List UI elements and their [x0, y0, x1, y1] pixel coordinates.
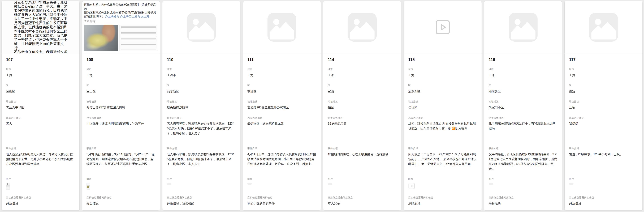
- direct-or-indirect-label: 直接信息还是间接信息: [569, 196, 638, 199]
- field-image: 图片: [6, 177, 75, 196]
- field-city: 城市 上海: [328, 68, 397, 84]
- record-card[interactable]: 116 城市 上海 区 浦东新区 地址描述 朱家门小区 死者大体描述 死于浦东医…: [484, 1, 562, 210]
- city-value: 上海: [6, 73, 75, 78]
- address-label: 地址描述: [328, 100, 397, 103]
- media-placeholder: [243, 1, 321, 53]
- direct-or-indirect-label: 直接信息还是间接信息: [6, 196, 75, 199]
- field-event-intro: 事件介绍 老人患有哮喘，家属联系居委报备要求就医，12345也表示尽快，但是12…: [167, 147, 236, 177]
- record-card[interactable]: 运输有时间，为什么跟居委会的60的菜能到，还好多是烂的 别的区都已经分发过几批物…: [82, 1, 160, 210]
- image-label: 图片: [569, 177, 638, 181]
- event-intro-label: 事件介绍: [408, 147, 477, 150]
- attachment-slot[interactable]: [328, 183, 332, 185]
- attachment-slot[interactable]: [86, 183, 90, 190]
- field-district: 区 浦东新区: [489, 84, 558, 100]
- card-media[interactable]: [484, 1, 562, 53]
- card-media[interactable]: 分左右联系上中华西居委会，通过 微信语音确认了这一事实。由于需 要保护患者家属的…: [2, 1, 80, 53]
- record-card[interactable]: 115 城市 上海 区 浦东新区 地址描述 仁怡苑 死者大体描述 封控，跳楼自杀…: [404, 1, 482, 210]
- has-media-badge: 有: [452, 127, 455, 130]
- victim-description-label: 死者大体描述: [489, 116, 558, 119]
- field-victim-description: 死者大体描述 老人患有哮喘，家属联系居委报备要求就医，12345也表示尽快，但是…: [167, 116, 236, 147]
- city-label: 城市: [328, 68, 397, 71]
- field-district: 区 杨浦区: [247, 84, 316, 100]
- card-media[interactable]: [404, 1, 482, 53]
- image-label: 图片: [408, 177, 477, 181]
- field-victim-description: 死者大体描述 65岁癌症患者: [328, 116, 397, 147]
- address-value: 美兰湖中华园: [6, 105, 75, 110]
- direct-or-indirect-value: 身边信息: [569, 201, 638, 206]
- field-city: 城市 上海: [86, 68, 155, 84]
- district-value: 杨浦区: [247, 89, 316, 94]
- event-intro-value: 4月11日上午，这位消毒防疫人员在给我们小区封控楼做消杀的时候突然晕倒，小区里有…: [247, 152, 316, 166]
- weibo-translate-link[interactable]: 查看翻译: [84, 20, 158, 23]
- event-intro-label: 事件介绍: [6, 147, 75, 150]
- card-media[interactable]: [564, 1, 642, 53]
- card-media[interactable]: [323, 1, 401, 53]
- weibo-mention-links[interactable]: @上海发布 @上海宝山发布 ◎上海: [105, 15, 149, 18]
- event-intro-label: 事件介绍: [489, 147, 558, 150]
- field-victim-description: 死者大体描述 我奶奶: [569, 116, 638, 147]
- city-value: 上海: [86, 73, 155, 78]
- card-body: 107 城市 上海 区 宝山区 地址描述 美兰湖中华园 死者大体描述 老人 事件…: [2, 53, 80, 210]
- media-placeholder: [564, 1, 642, 53]
- city-label: 城市: [408, 68, 477, 71]
- district-label: 区: [86, 84, 155, 87]
- long-text-screenshot[interactable]: [120, 25, 158, 51]
- attachment-slot[interactable]: [167, 183, 171, 185]
- field-image: 图片: [247, 177, 316, 196]
- attachment-slot[interactable]: [6, 183, 10, 190]
- card-body: 115 城市 上海 区 浦东新区 地址描述 仁怡苑 死者大体描述 封控，跳楼自杀…: [404, 53, 482, 210]
- card-media[interactable]: [162, 1, 240, 53]
- image-placeholder-icon: [268, 13, 296, 42]
- victim-description-value: 小区保安，连续两周高强度值班，导致猝死: [86, 121, 155, 126]
- attachment-slot[interactable]: [408, 183, 415, 189]
- victim-description-value: 老人患有哮喘，家属联系居委报备要求就医，12345也表示尽快，但是120依然来不…: [167, 121, 236, 136]
- victim-description-value: 我奶奶: [569, 121, 638, 126]
- event-intro-label: 事件介绍: [328, 147, 397, 150]
- event-intro-label: 事件介绍: [569, 147, 638, 150]
- event-intro-value: 父亲周嘉祖，肾衰且瘫痪在床靠血透维持生命，3.21住进第七人民医院肾病科治疗，由…: [489, 152, 558, 171]
- field-district: 区 宝山区: [86, 84, 155, 100]
- field-direct-or-indirect: 直接信息还是间接信息 身边信息，我们楼的: [167, 196, 236, 209]
- event-intro-value: 因为凌晨十二点自杀， 很久救护车来了可能看到现场死了， 尸体留在原地， 后来半夜…: [408, 152, 477, 166]
- card-media[interactable]: 运输有时间，为什么跟居委会的60的菜能到，还好多是烂的 别的区都已经分发过几批物…: [82, 1, 160, 53]
- district-value: 宝山区: [86, 89, 155, 94]
- media-video-placeholder: [408, 183, 415, 189]
- address-value: 朱家门小区: [489, 105, 558, 110]
- cabbage-photo[interactable]: [84, 25, 118, 51]
- field-victim-description: 死者大体描述 封控，跳楼自杀当场死亡 对面楼邻居只看见听见现场情况，因为集体被封…: [408, 116, 477, 147]
- attachment-slot[interactable]: [489, 183, 493, 185]
- field-address: 地址描述 美兰湖中华园: [6, 100, 75, 116]
- video-play-icon: [408, 183, 415, 189]
- field-direct-or-indirect: 直接信息还是间接信息 亲眼所见: [408, 196, 477, 209]
- record-card[interactable]: 110 城市 上海市 区 浦东新区 地址描述 航头镇鹤沙航城 死者大体描述 老人…: [162, 1, 240, 210]
- record-card[interactable]: 分左右联系上中华西居委会，通过 微信语音确认了这一事实。由于需 要保护患者家属的…: [2, 1, 80, 210]
- event-intro-label: 事件介绍: [167, 147, 236, 150]
- media-placeholder: [484, 1, 562, 53]
- attachment-slot[interactable]: [569, 183, 574, 185]
- city-label: 城市: [247, 68, 316, 71]
- direct-or-indirect-value: 本人父亲: [328, 201, 397, 206]
- event-intro-label: 事件介绍: [247, 147, 316, 150]
- address-label: 地址描述: [247, 100, 316, 103]
- field-victim-description: 死者大体描述 小区保安，连续两周高强度值班，导致猝死: [86, 116, 155, 147]
- record-id: 108: [86, 57, 155, 63]
- city-value: 上海市: [167, 73, 236, 78]
- field-district: 区 嘉定: [569, 84, 638, 100]
- victim-description-label: 死者大体描述: [328, 116, 397, 119]
- record-card[interactable]: 114 城市 上海 区 宝山 地址描述 铂庭 死者大体描述 65岁癌症患者 事件…: [323, 1, 401, 210]
- attachment-slot[interactable]: [247, 183, 252, 185]
- field-address: 地址描述 安波路265弄兰花教师公寓南区: [247, 100, 316, 116]
- image-label: 图片: [247, 177, 316, 181]
- direct-or-indirect-value: 身边信息: [86, 201, 155, 206]
- record-card[interactable]: 117 城市 上海 区 嘉定 地址描述 江桥 死者大体描述 我奶奶 事件介绍 昏…: [564, 1, 642, 210]
- field-city: 城市 上海: [489, 68, 558, 84]
- direct-or-indirect-label: 直接信息还是间接信息: [328, 196, 397, 199]
- city-value: 上海: [569, 73, 638, 78]
- address-label: 地址描述: [167, 100, 236, 103]
- image-label: 图片: [489, 177, 558, 181]
- card-body: 114 城市 上海 区 宝山 地址描述 铂庭 死者大体描述 65岁癌症患者 事件…: [323, 53, 401, 210]
- city-label: 城市: [569, 68, 638, 71]
- record-card[interactable]: 111 城市 上海 区 杨浦区 地址描述 安波路265弄兰花教师公寓南区 死者大…: [243, 1, 321, 210]
- card-media[interactable]: [243, 1, 321, 53]
- media-placeholder: [323, 1, 401, 53]
